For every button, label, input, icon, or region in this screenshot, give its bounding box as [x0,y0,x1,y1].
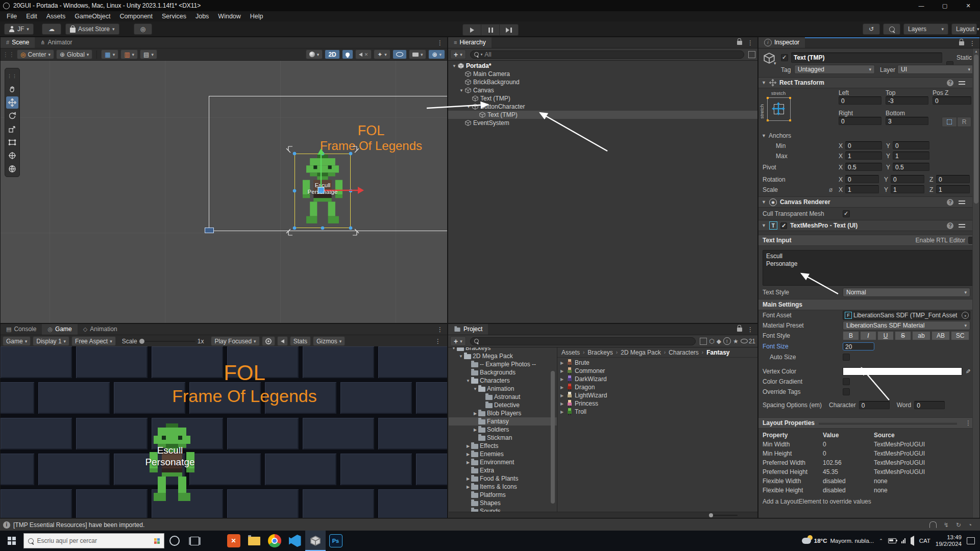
scale-slider[interactable] [139,341,195,342]
pivot-x-field[interactable]: 0.5 [845,163,882,171]
battery-icon[interactable] [888,538,896,543]
project-tree-item[interactable]: Detective [449,401,557,409]
network-icon[interactable] [901,538,905,543]
expand-arrow-icon[interactable]: ▶ [559,385,565,390]
expand-arrow-icon[interactable]: ▶ [465,444,471,448]
project-file-item[interactable]: ▶LightWizard [557,391,757,399]
project-tree-item[interactable]: ▼Characters [449,377,557,385]
auto-size-checkbox[interactable] [843,354,850,361]
expand-arrow-icon[interactable]: ▶ [465,477,471,481]
font-style-sc-button[interactable]: SC [951,331,969,340]
expand-arrow-icon[interactable]: ▶ [559,377,565,382]
anchor-preset-widget[interactable]: stretch stretch [763,90,794,130]
expand-arrow-icon[interactable]: ▼ [472,387,478,391]
vscode-icon[interactable] [285,531,305,551]
play-button[interactable] [462,24,482,36]
account-button[interactable]: JF▾ [4,23,34,35]
start-button[interactable] [8,537,16,545]
vertex-color-swatch[interactable] [843,367,962,375]
scale-tool[interactable] [6,123,18,135]
step-button[interactable] [499,24,519,36]
tmp-enabled-checkbox[interactable] [780,222,787,229]
breadcrumb[interactable]: Assets›Brackeys›2D Mega Pack›Characters›… [557,347,757,358]
project-kebab-icon[interactable]: ⋮ [743,326,757,333]
menu-window[interactable]: Window [213,13,245,20]
inspector-kebab-icon[interactable]: ⋮ [965,40,979,47]
anchor-max-x-field[interactable]: 1 [845,152,882,160]
expand-arrow-icon[interactable]: ▶ [559,393,565,398]
stats-toggle[interactable]: Stats [290,336,311,346]
rotation-z-field[interactable]: 0 [936,175,970,183]
menu-component[interactable]: Component [115,13,157,20]
project-tree-item[interactable]: Fantasy [449,417,557,425]
project-tree-item[interactable]: ▶Items & Icons [449,483,557,491]
expand-arrow-icon[interactable]: ▶ [465,485,471,489]
scene-visibility-toggle[interactable] [393,49,407,59]
anchor-min-y-field[interactable]: 0 [893,141,929,149]
play-focused-dropdown[interactable]: Play Focused▾ [211,336,259,346]
help-icon[interactable]: ? [947,80,953,86]
status-message[interactable]: [TMP Essential Resources] have been impo… [13,521,144,529]
project-tree-item[interactable]: Stickman [449,434,557,442]
expand-arrow-icon[interactable]: ▶ [559,410,565,414]
expand-arrow-icon[interactable]: ▶ [465,452,471,457]
unity-search-hub-button[interactable]: ◎ [134,23,152,35]
menu-gameobject[interactable]: GameObject [70,13,115,20]
font-size-field[interactable]: 20 [843,342,874,350]
expand-arrow-icon[interactable]: ▼ [451,347,457,350]
menu-edit[interactable]: Edit [21,13,42,20]
text-style-dropdown[interactable]: Normal▾ [843,288,970,297]
font-style-ab-button[interactable]: AB [932,331,950,340]
layers-dropdown[interactable]: Layers▾ [903,23,948,35]
canvas-renderer-header[interactable]: ▼ ◉ Canvas Renderer ?⋮ [758,196,979,208]
rotate-tool[interactable] [6,110,18,122]
aspect-dropdown[interactable]: Free Aspect▾ [71,336,116,346]
font-asset-field[interactable]: F LiberationSans SDF (TMP_Font Asset ● [843,311,970,320]
project-add-button[interactable]: +▾ [450,336,466,346]
taskbar-search-input[interactable]: Escriu aquí per cercar [23,533,164,548]
move-tool[interactable] [6,96,18,109]
scene-viewport[interactable]: FOL Frame Of Legends EscullPersonatge [1,61,447,323]
tab-animation[interactable]: ◇Animation [78,323,123,335]
tab-hierarchy[interactable]: ≡Hierarchy [448,37,492,48]
character-spacing-field[interactable]: 0 [859,401,890,409]
expand-arrow-icon[interactable]: ▼ [458,354,464,359]
expand-arrow-icon[interactable]: ▶ [559,402,565,406]
hierarchy-search-input[interactable]: ▾ All [470,51,744,59]
project-file-item[interactable]: ▶Dragon [557,383,757,391]
grid-snap-toggle[interactable]: ▦▾ [101,49,118,59]
scale-link-icon[interactable]: ø [829,186,832,193]
lock-icon[interactable] [959,41,964,45]
project-file-item[interactable]: ▶Princess [557,399,757,408]
game-settings-button[interactable] [262,336,275,346]
project-tree-item[interactable]: ▶Enemies [449,450,557,458]
tab-animator[interactable]: ⋔Animator [35,37,78,48]
breadcrumb-item[interactable]: Characters [669,349,699,356]
display-dropdown[interactable]: Display 1▾ [33,336,69,346]
anchor-max-y-field[interactable]: 1 [893,152,929,160]
cull-transparent-checkbox[interactable] [843,210,850,217]
app-icon-orange[interactable]: ✕ [224,531,244,551]
tab-project[interactable]: Project [448,323,488,335]
custom-editor-tool[interactable] [6,163,18,175]
text-input-area[interactable]: EscullPersonatge [763,250,974,286]
hierarchy-item[interactable]: Text (TMP) [448,111,757,119]
pivot-y-field[interactable]: 0.5 [893,163,929,171]
tmp-header[interactable]: ▼ T TextMeshPro - Text (UI) ?⋮ [758,220,979,231]
project-tree-item[interactable]: -- Example Photos -- [449,360,557,368]
expand-arrow-icon[interactable]: ▶ [465,460,471,465]
audio-mute-toggle[interactable]: ✕ [355,49,372,59]
effects-dropdown[interactable]: ✦▾ [374,49,390,59]
project-file-item[interactable]: ▶Troll [557,408,757,416]
camera-overlay-dropdown[interactable]: ▾ [409,49,427,59]
tab-inspector[interactable]: i Inspector [758,37,805,48]
component-tools-dropdown[interactable]: ⊕▾ [428,49,445,59]
pos-z-field[interactable]: 0 [933,96,971,105]
project-tree-item[interactable]: ▶Soldiers [449,425,557,434]
hierarchy-item[interactable]: EventSystem [448,119,757,127]
progress-icon[interactable]: ◔ [968,521,972,529]
font-style-u-button[interactable]: U [877,331,894,340]
hand-tool[interactable] [6,83,18,95]
file-explorer-icon[interactable] [244,531,264,551]
rect-transform-header[interactable]: ▼ Rect Transform ?⋮ [758,77,979,88]
